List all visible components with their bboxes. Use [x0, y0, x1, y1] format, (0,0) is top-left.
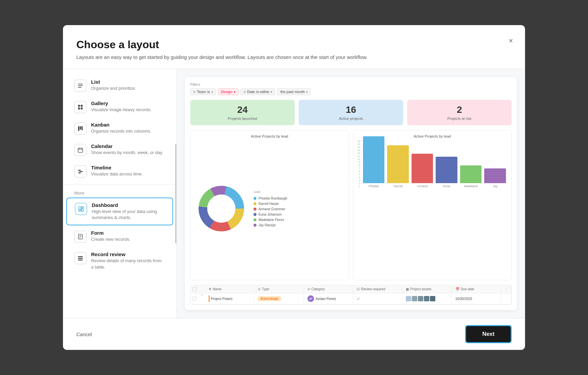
team-chip[interactable]: Team is ▾	[190, 88, 216, 95]
list-icon	[74, 80, 86, 92]
col-assets: ▦ Project assets	[402, 285, 452, 293]
col-review: ☑ Review required	[353, 285, 402, 293]
donut-chart-title: Active Projects by lead	[195, 134, 345, 138]
kanban-info: Kanban Organize records into columns.	[91, 122, 151, 134]
stats-row: 24 Projects launched 16 Active projects …	[190, 100, 512, 125]
calendar-icon	[74, 144, 86, 156]
design-chip[interactable]: Design ▾	[218, 88, 238, 95]
sidebar-item-gallery[interactable]: Gallery Visualize image-heavy records.	[66, 96, 173, 117]
kanban-icon	[74, 123, 86, 135]
form-desc: Create new records.	[91, 236, 130, 242]
bar-armand: Armand	[412, 154, 433, 188]
scrollbar[interactable]	[175, 144, 176, 243]
preview-area: Filters Team is ▾ Design ▾	[177, 69, 525, 318]
record-review-icon	[74, 252, 86, 264]
stat-label-active: Active projects	[304, 117, 398, 121]
layout-sidebar: List Organize and prioritize. Gallery	[63, 69, 177, 318]
past-month-chip[interactable]: the past month ▾	[277, 88, 311, 95]
timeline-name: Timeline	[91, 165, 143, 170]
gallery-icon	[74, 101, 86, 113]
date-dot	[243, 91, 246, 93]
svg-rect-20	[79, 210, 81, 211]
svg-rect-2	[78, 87, 81, 88]
record-review-desc: Review details of many records from a ta…	[91, 258, 165, 270]
y-axis: 1 2 3 4 5 6 7 8 9 10	[357, 141, 360, 188]
stat-number-launched: 24	[196, 104, 289, 115]
form-icon	[74, 231, 86, 243]
modal-title: Choose a layout	[76, 39, 512, 51]
table-row-1: 1 Project Polaris Brand design JP Jordan…	[191, 293, 511, 304]
sidebar-item-kanban[interactable]: Kanban Organize records into columns.	[66, 118, 173, 139]
next-button[interactable]: Next	[465, 325, 512, 343]
sidebar-item-timeline[interactable]: Timeline Visualize data across time.	[66, 161, 173, 181]
stat-projects-at-risk: 2 Projects at risk	[407, 100, 512, 125]
modal-subtitle: Layouts are an easy way to get started b…	[76, 54, 512, 61]
bar-madelaine: Madelaine	[460, 165, 482, 188]
timeline-icon	[74, 165, 86, 177]
svg-rect-6	[81, 107, 83, 109]
gallery-info: Gallery Visualize image-heavy records.	[91, 100, 151, 113]
dashboard-desc: High-level view of your data using summa…	[92, 209, 164, 221]
calendar-name: Calendar	[91, 143, 163, 149]
cell-category-1: JP Jordan Peretz	[304, 293, 353, 304]
col-category: ⊙ Category	[304, 285, 353, 293]
sidebar-item-record-review[interactable]: Record review Review details of many rec…	[66, 247, 173, 274]
svg-rect-1	[78, 85, 83, 86]
bar-chart-area: Phoebe Darrell Armand	[362, 141, 507, 188]
modal-header: Choose a layout Layouts are an easy way …	[63, 39, 525, 69]
sidebar-item-dashboard[interactable]: Dashboard High-level view of your data u…	[66, 198, 173, 225]
filter-chips: Team is ▾ Design ▾ Date is within ▾	[190, 88, 512, 95]
svg-rect-10	[78, 148, 83, 152]
col-name: ⬆ Name	[205, 285, 254, 293]
modal-footer: Cancel Next	[63, 318, 525, 350]
date-chip[interactable]: Date is within ▾	[240, 88, 275, 95]
timeline-info: Timeline Visualize data across time.	[91, 165, 143, 177]
legend-darrell: Darrell Hazan	[253, 202, 287, 206]
cell-due-1: 10/30/2020	[452, 293, 501, 304]
stat-number-risk: 2	[413, 104, 506, 115]
svg-rect-26	[78, 258, 83, 259]
gallery-name: Gallery	[91, 100, 151, 106]
calendar-info: Calendar Show events by month, week, or …	[91, 143, 163, 156]
legend-phoebe: Phoebe Rumbaugh	[253, 197, 287, 200]
bar-phoebe: Phoebe	[363, 136, 385, 188]
list-info: List Organize and prioritize.	[91, 79, 136, 91]
col-due: 📅 Due date	[452, 285, 501, 293]
sidebar-item-form[interactable]: Form Create new records.	[66, 226, 173, 247]
cancel-button[interactable]: Cancel	[76, 329, 92, 340]
bar-chart-inner: 1 2 3 4 5 6 7 8 9 10	[357, 141, 507, 276]
cell-assets-1	[402, 293, 452, 304]
filters-label: Filters	[190, 82, 512, 86]
dashboard-name: Dashboard	[92, 202, 164, 208]
record-review-name: Record review	[91, 251, 165, 257]
svg-rect-8	[80, 126, 81, 130]
donut-wrapper: Lead Phoebe Rumbaugh Darrell Hazan	[195, 182, 345, 235]
svg-rect-25	[78, 256, 83, 257]
stat-label-launched: Projects launched	[196, 117, 289, 121]
donut-svg	[195, 182, 248, 235]
cell-review-1: ✓	[353, 293, 402, 304]
modal-body: List Organize and prioritize. Gallery	[63, 69, 525, 318]
stat-active-projects: 16 Active projects	[299, 100, 403, 125]
svg-rect-0	[78, 84, 83, 84]
stat-number-active: 16	[304, 104, 398, 115]
svg-rect-16	[78, 172, 81, 173]
kanban-desc: Organize records into columns.	[91, 128, 151, 134]
cell-type-1: Brand design	[254, 293, 304, 304]
svg-rect-9	[81, 126, 83, 130]
table-header-row: ⬆ Name ⊙ Type ⊙ Category ☑ Review requir…	[191, 285, 511, 293]
close-button[interactable]: ×	[509, 37, 513, 45]
sidebar-item-calendar[interactable]: Calendar Show events by month, week, or …	[66, 139, 173, 160]
svg-rect-19	[82, 209, 83, 211]
sidebar-item-list[interactable]: List Organize and prioritize.	[66, 75, 173, 96]
svg-rect-7	[78, 126, 79, 131]
bar-chart-content: 1 2 3 4 5 6 7 8 9 10	[357, 141, 507, 276]
kanban-name: Kanban	[91, 122, 151, 128]
table-preview: ⬆ Name ⊙ Type ⊙ Category ☑ Review requir…	[190, 285, 512, 305]
team-dot	[193, 91, 196, 93]
record-review-info: Record review Review details of many rec…	[91, 251, 165, 270]
svg-rect-17	[79, 207, 81, 209]
layout-modal: Choose a layout Layouts are an easy way …	[63, 25, 525, 350]
form-name: Form	[91, 230, 130, 236]
svg-rect-5	[78, 107, 80, 109]
